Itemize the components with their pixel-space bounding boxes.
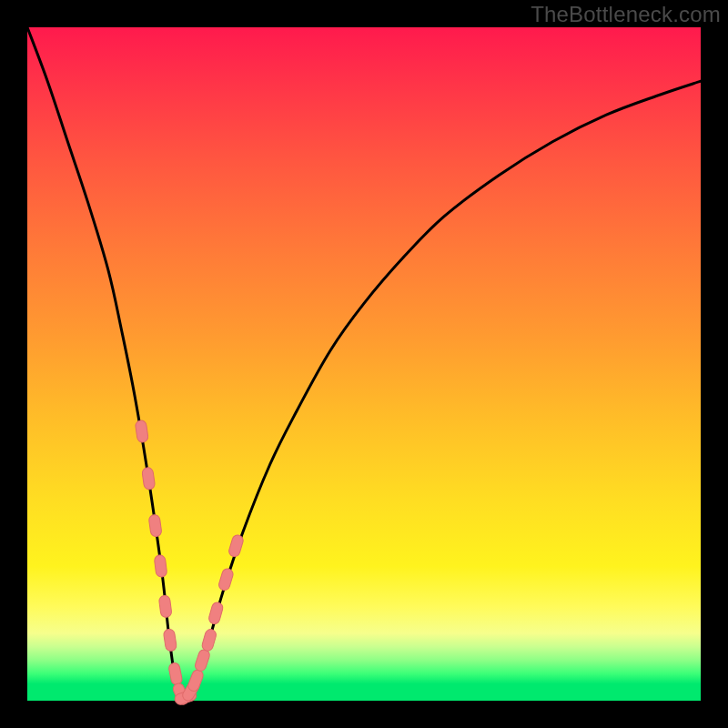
marker-pill [207,602,224,625]
marker-pill [201,628,217,652]
bottleneck-curve [27,27,701,702]
marker-group [135,420,244,706]
marker-pill [163,629,177,652]
marker-pill [168,662,183,685]
marker-pill [194,648,211,672]
curve-layer [27,27,701,701]
marker-pill [135,420,148,442]
marker-pill [154,554,167,577]
plot-area [27,27,701,701]
marker-pill [142,467,156,490]
marker-pill [148,514,162,537]
watermark-text: TheBottleneck.com [531,2,721,27]
marker-pill [158,595,172,618]
marker-pill [187,668,205,693]
marker-pill [217,568,234,592]
chart-frame: TheBottleneck.com [0,0,728,728]
marker-pill [228,534,244,558]
